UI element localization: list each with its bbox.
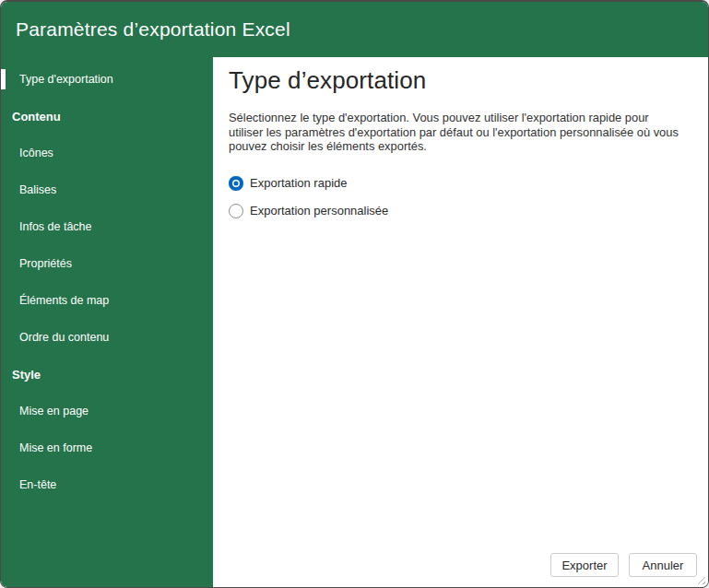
sidebar-item-label: Balises: [19, 183, 56, 196]
content-pane: Type d’exportation Sélectionnez le type …: [213, 57, 708, 587]
sidebar-item-icones[interactable]: Icônes: [1, 135, 213, 171]
radio-unselected-icon[interactable]: [229, 204, 243, 218]
radio-label: Exportation personnalisée: [250, 204, 388, 218]
sidebar-section-label: Contenu: [12, 110, 61, 123]
sidebar-item-label: Type d'exportation: [19, 73, 113, 86]
dialog-title-bar: Paramètres d’exportation Excel: [1, 2, 708, 57]
sidebar-item-label: Éléments de map: [19, 294, 109, 307]
dialog-footer: Exporter Annuler: [550, 553, 697, 577]
sidebar-item-label: En-tête: [19, 478, 56, 491]
sidebar-item-balises[interactable]: Balises: [1, 171, 213, 208]
sidebar-item-label: Icônes: [19, 147, 53, 159]
dialog-title: Paramètres d’exportation Excel: [16, 18, 290, 41]
page-description: Sélectionnez le type d'exportation. Vous…: [229, 111, 686, 154]
sidebar-item-en-tete[interactable]: En-tête: [1, 466, 213, 503]
excel-export-settings-dialog: Paramètres d’exportation Excel Type d'ex…: [0, 0, 709, 588]
radio-label: Exportation rapide: [250, 176, 348, 190]
sidebar-item-label: Mise en forme: [19, 441, 92, 454]
sidebar-section-style: Style: [1, 356, 213, 393]
export-button[interactable]: Exporter: [550, 553, 619, 577]
sidebar-section-label: Style: [12, 368, 41, 382]
sidebar-section-contenu: Contenu: [1, 98, 213, 135]
resize-grip-icon[interactable]: [696, 575, 705, 584]
dialog-body: Type d'exportation Contenu Icônes Balise…: [1, 57, 708, 587]
export-type-radio-group: Exportation rapide Exportation personnal…: [229, 176, 686, 218]
selected-item-indicator: [1, 69, 6, 89]
cancel-button[interactable]: Annuler: [629, 553, 697, 577]
radio-exportation-personnalisee[interactable]: Exportation personnalisée: [229, 204, 388, 218]
radio-selected-icon[interactable]: [229, 176, 243, 191]
sidebar-item-mise-en-page[interactable]: Mise en page: [1, 393, 213, 429]
sidebar-item-label: Ordre du contenu: [19, 331, 109, 344]
sidebar-item-infos-de-tache[interactable]: Infos de tâche: [1, 208, 213, 245]
sidebar-item-label: Infos de tâche: [19, 220, 92, 233]
page-title: Type d’exportation: [229, 66, 686, 95]
sidebar-item-label: Mise en page: [19, 405, 89, 417]
sidebar-item-proprietes[interactable]: Propriétés: [1, 245, 213, 282]
radio-exportation-rapide[interactable]: Exportation rapide: [229, 176, 348, 191]
sidebar-item-elements-de-map[interactable]: Éléments de map: [1, 282, 213, 319]
sidebar-item-mise-en-forme[interactable]: Mise en forme: [1, 429, 213, 466]
sidebar-item-ordre-du-contenu[interactable]: Ordre du contenu: [1, 319, 213, 356]
sidebar-item-type-exportation[interactable]: Type d'exportation: [1, 61, 213, 98]
sidebar-nav: Type d'exportation Contenu Icônes Balise…: [1, 57, 213, 587]
sidebar-item-label: Propriétés: [19, 257, 72, 270]
